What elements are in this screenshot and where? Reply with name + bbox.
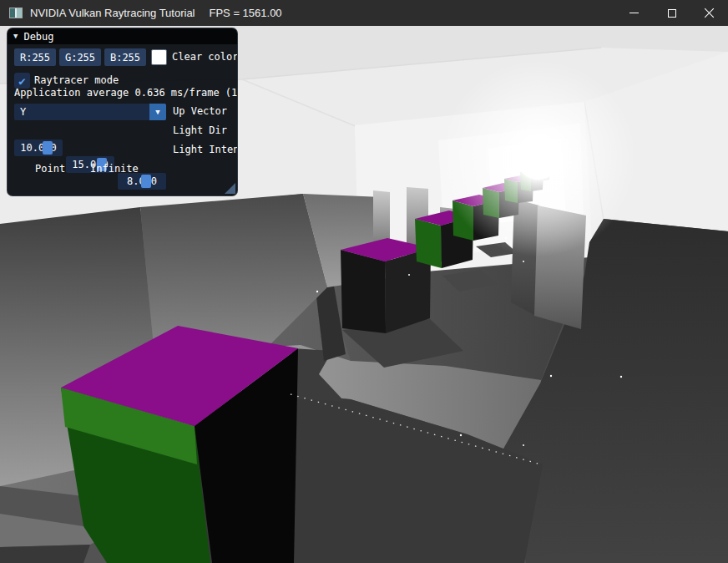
combo-arrow-button[interactable]: ▼	[149, 104, 166, 120]
close-icon	[704, 8, 715, 18]
light-intensity-label: Light Intens	[173, 141, 238, 159]
minimize-button[interactable]	[615, 0, 653, 26]
panel-title: Debug	[23, 31, 53, 43]
radio-point-label: Point	[35, 160, 65, 178]
debug-panel: ▼ Debug R:255 G:255 B:255 Clear color ✔ …	[7, 28, 238, 196]
up-vector-label: Up Vector	[173, 103, 227, 120]
up-vector-combo[interactable]: Y ▼	[14, 104, 166, 120]
chevron-down-icon: ▼	[155, 108, 159, 116]
fps-counter: FPS = 1561.00	[210, 7, 282, 19]
light-dir-label: Light Dir	[173, 122, 227, 139]
app-icon	[9, 8, 23, 18]
light-glow	[440, 59, 637, 256]
window-title: NVIDIA Vulkan Raytracing Tutorial	[30, 7, 195, 19]
debug-panel-header[interactable]: ▼ Debug	[8, 28, 237, 44]
maximize-icon	[668, 9, 676, 18]
combo-value: Y	[14, 106, 26, 118]
resize-grip[interactable]	[225, 183, 235, 194]
render-viewport[interactable]: ▼ Debug R:255 G:255 B:255 Clear color ✔ …	[0, 26, 728, 563]
close-button[interactable]	[690, 0, 728, 26]
minimize-icon	[629, 13, 639, 13]
slider-grab[interactable]	[43, 141, 53, 155]
green-value-button[interactable]: G:255	[59, 48, 101, 66]
collapse-arrow-icon: ▼	[13, 33, 18, 40]
perf-stats-text: Application average 0.636 ms/frame (15	[14, 84, 238, 102]
light-dir-x-slider[interactable]: 10.000	[14, 139, 63, 156]
slider-grab[interactable]	[141, 175, 151, 188]
clear-color-swatch[interactable]	[151, 49, 167, 65]
clear-color-label: Clear color	[172, 48, 238, 66]
radio-infinite-label: Infinite	[90, 160, 139, 178]
title-bar: NVIDIA Vulkan Raytracing Tutorial FPS = …	[0, 0, 728, 26]
light-dir-x-value: 10.000	[14, 142, 63, 154]
red-value-button[interactable]: R:255	[14, 48, 56, 66]
blue-value-button[interactable]: B:255	[104, 48, 146, 66]
window-controls	[615, 0, 728, 26]
maximize-button[interactable]	[653, 0, 690, 26]
